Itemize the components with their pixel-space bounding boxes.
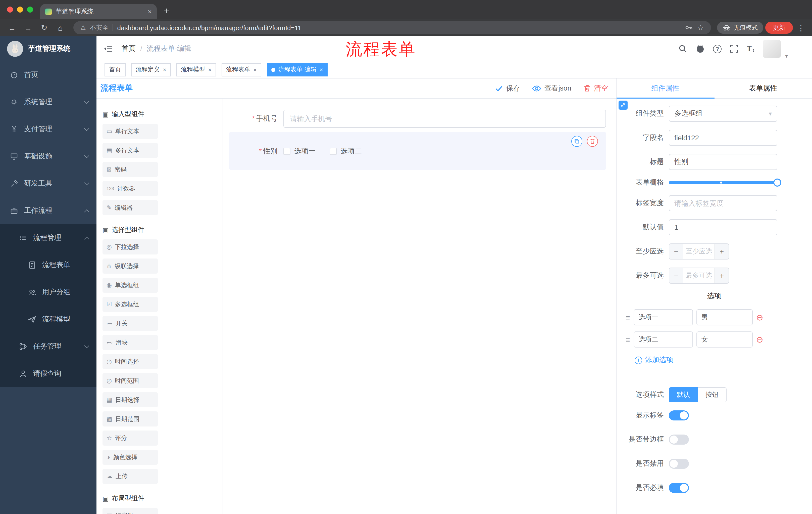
sidebar-item-process-model[interactable]: 流程模型 — [0, 306, 96, 333]
required-toggle[interactable] — [669, 483, 689, 493]
palette-item-counter[interactable]: 123计数器 — [103, 181, 158, 196]
checkbox-icon[interactable] — [330, 148, 337, 155]
palette-item-slider[interactable]: ⊷滑块 — [103, 335, 158, 350]
help-icon[interactable]: ? — [713, 45, 722, 53]
sidebar-item-workflow[interactable]: 工作流程 — [0, 197, 96, 224]
palette-item-date-range[interactable]: ▩日期范围 — [103, 411, 158, 427]
increase-button[interactable]: + — [715, 244, 729, 259]
slider-handle[interactable] — [773, 179, 781, 187]
fullscreen-icon[interactable] — [730, 44, 738, 53]
sidebar-item-leave-query[interactable]: 请假查询 — [0, 360, 96, 387]
sidebar-item-infrastructure[interactable]: 基础设施 — [0, 143, 96, 170]
option-label-input[interactable] — [634, 309, 693, 325]
show-label-toggle[interactable] — [669, 410, 689, 421]
tag-process-definition[interactable]: 流程定义 × — [131, 63, 171, 76]
delete-component-button[interactable] — [587, 136, 598, 147]
sidebar-fold-icon[interactable] — [104, 45, 113, 53]
sidebar-item-system[interactable]: 系统管理 — [0, 88, 96, 116]
canvas-field-phone[interactable]: 手机号 — [229, 110, 606, 128]
sidebar-logo[interactable]: 芋道管理系统 — [0, 36, 96, 61]
tag-close-icon[interactable]: × — [253, 66, 257, 73]
clear-button[interactable]: 清空 — [583, 84, 608, 93]
tag-process-form[interactable]: 流程表单 × — [222, 63, 261, 76]
min-select-value[interactable]: 至少应选 — [684, 244, 715, 259]
default-value-input[interactable] — [669, 219, 777, 235]
home-icon[interactable]: ⌂ — [53, 23, 67, 32]
sidebar-item-task-management[interactable]: 任务管理 — [0, 333, 96, 360]
minimize-window-button[interactable] — [17, 6, 23, 12]
browser-tab[interactable]: 芋道管理系统 × — [40, 4, 157, 19]
palette-item-upload[interactable]: ☁上传 — [103, 469, 158, 484]
font-size-icon[interactable]: T↕ — [747, 45, 755, 53]
save-button[interactable]: 保存 — [495, 84, 520, 93]
tab-component-props[interactable]: 组件属性 — [616, 78, 714, 98]
sidebar-item-user-group[interactable]: 用户分组 — [0, 279, 96, 306]
link-icon[interactable] — [618, 101, 628, 110]
search-icon[interactable] — [678, 44, 687, 53]
palette-item-time-range[interactable]: ◴时间范围 — [103, 373, 158, 388]
label-width-input[interactable] — [669, 195, 777, 211]
gender-option-1[interactable]: 选项一 — [283, 147, 316, 156]
palette-item-checkbox-group[interactable]: ☑多选框组 — [103, 297, 158, 312]
password-key-icon[interactable] — [685, 24, 693, 32]
close-window-button[interactable] — [7, 6, 13, 12]
decrease-button[interactable]: − — [669, 244, 684, 259]
phone-input[interactable] — [283, 110, 606, 128]
palette-item-cascader[interactable]: ⋔级联选择 — [103, 259, 158, 274]
drag-handle-icon[interactable]: ≡ — [626, 313, 630, 322]
gender-option-2[interactable]: 选项二 — [330, 147, 362, 156]
palette-item-switch[interactable]: ⊶开关 — [103, 316, 158, 331]
back-icon[interactable]: ← — [5, 23, 19, 32]
palette-item-radio-group[interactable]: ◉单选框组 — [103, 278, 158, 293]
style-button-button[interactable]: 按钮 — [698, 387, 727, 402]
breadcrumb-home[interactable]: 首页 — [122, 44, 136, 53]
github-icon[interactable] — [695, 44, 705, 53]
palette-item-editor[interactable]: ✎编辑器 — [103, 200, 158, 215]
new-tab-button[interactable]: + — [164, 5, 169, 17]
palette-item-select[interactable]: ◎下拉选择 — [103, 239, 158, 254]
copy-component-button[interactable] — [571, 136, 582, 147]
avatar[interactable]: ▾ — [763, 40, 781, 58]
sidebar-item-process-management[interactable]: 流程管理 — [0, 224, 96, 251]
tag-home[interactable]: 首页 — [105, 63, 126, 76]
tag-close-icon[interactable]: × — [208, 66, 211, 73]
palette-item-single-line-text[interactable]: ▭单行文本 — [103, 124, 158, 139]
address-bar[interactable]: ⚠ 不安全 dashboard.yudao.iocoder.cn/bpm/man… — [74, 21, 711, 34]
maximize-window-button[interactable] — [27, 6, 33, 12]
canvas-field-gender-selected[interactable]: 性别 选项一 选项二 — [229, 132, 606, 170]
palette-item-password[interactable]: ⊠密码 — [103, 162, 158, 177]
avatar-caret-icon[interactable]: ▾ — [785, 53, 788, 59]
view-json-button[interactable]: 查看json — [532, 84, 571, 93]
grid-slider[interactable] — [669, 181, 777, 184]
sidebar-item-dev-tools[interactable]: 研发工具 — [0, 170, 96, 197]
palette-item-color-picker[interactable]: ◑颜色选择 — [103, 450, 158, 465]
option-label-input[interactable] — [634, 331, 693, 348]
forward-icon[interactable]: → — [21, 23, 35, 32]
remove-option-icon[interactable]: ⊖ — [756, 335, 763, 344]
option-value-input[interactable] — [696, 331, 753, 348]
drag-handle-icon[interactable]: ≡ — [626, 335, 630, 344]
palette-item-rate[interactable]: ☆评分 — [103, 431, 158, 445]
decrease-button[interactable]: − — [669, 268, 684, 283]
update-button[interactable]: 更新 — [765, 22, 793, 34]
reload-icon[interactable]: ↻ — [37, 23, 51, 32]
component-type-select[interactable]: 多选框组 ▾ — [669, 106, 777, 122]
window-controls[interactable] — [7, 6, 33, 12]
max-select-value[interactable]: 最多可选 — [684, 268, 715, 283]
tag-close-icon[interactable]: × — [320, 66, 323, 73]
style-default-button[interactable]: 默认 — [669, 387, 698, 402]
tag-close-icon[interactable]: × — [163, 66, 166, 73]
palette-item-row-container[interactable]: ◫行容器 — [103, 508, 158, 514]
border-toggle[interactable] — [669, 435, 689, 444]
tab-form-props[interactable]: 表单属性 — [714, 78, 812, 98]
option-value-input[interactable] — [696, 309, 753, 325]
palette-item-time-picker[interactable]: ◷时间选择 — [103, 354, 158, 369]
add-option-button[interactable]: + 添加选项 — [622, 356, 812, 364]
field-name-input[interactable] — [669, 130, 777, 146]
sidebar-item-home[interactable]: 首页 — [0, 61, 96, 88]
checkbox-icon[interactable] — [283, 148, 290, 155]
bookmark-star-icon[interactable]: ☆ — [697, 23, 704, 32]
sidebar-item-process-form[interactable]: 流程表单 — [0, 251, 96, 279]
tag-process-form-edit[interactable]: 流程表单-编辑 × — [267, 63, 328, 76]
tab-close-icon[interactable]: × — [148, 7, 152, 16]
